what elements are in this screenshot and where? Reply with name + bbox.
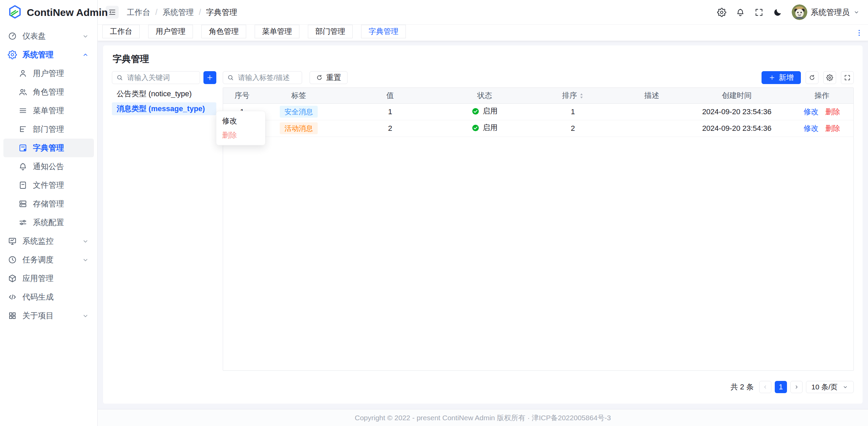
sidebar-item-system[interactable]: 系统管理 <box>3 45 94 64</box>
sidebar-item-departments[interactable]: 部门管理 <box>3 120 94 139</box>
dict-search-input[interactable] <box>126 73 196 82</box>
sidebar-item-roles[interactable]: 角色管理 <box>3 83 94 101</box>
dict-search-box <box>112 71 200 84</box>
dict-management-card: 字典管理 重置 新增 <box>103 45 863 404</box>
tab-dept-mgmt[interactable]: 部门管理 <box>308 25 353 38</box>
sidebar-item-storage[interactable]: 存储管理 <box>3 195 94 213</box>
page-size-select[interactable]: 10 条/页 <box>806 381 854 393</box>
cell-tag: 活动消息 <box>261 120 337 137</box>
cell-actions: 修改删除 <box>790 103 853 120</box>
table-row[interactable]: 1 安全消息 1 启用 1 2024-09-20 23:54:36 修改删除 <box>223 103 853 120</box>
fullscreen-table-button[interactable] <box>841 71 854 84</box>
dashboard-icon <box>8 32 17 41</box>
breadcrumb-item[interactable]: 工作台 <box>127 7 150 18</box>
next-page-button[interactable] <box>790 381 803 393</box>
item-search-input[interactable] <box>237 73 298 82</box>
sidebar-item-label: 任务调度 <box>22 255 54 265</box>
sidebar-item-monitor[interactable]: 系统监控 <box>3 232 94 250</box>
footer: Copyright © 2022 - present ContiNew Admi… <box>98 409 868 426</box>
sidebar-item-scheduler[interactable]: 任务调度 <box>3 250 94 269</box>
col-actions: 操作 <box>790 88 853 103</box>
settings-icon[interactable] <box>717 8 726 17</box>
edit-link[interactable]: 修改 <box>804 124 818 133</box>
tab-workbench[interactable]: 工作台 <box>102 25 140 38</box>
bell-icon[interactable] <box>736 8 745 17</box>
gear-icon <box>826 74 833 81</box>
sidebar-item-apps[interactable]: 应用管理 <box>3 269 94 288</box>
tab-menu-mgmt[interactable]: 菜单管理 <box>255 25 299 38</box>
edit-link[interactable]: 修改 <box>804 107 818 116</box>
breadcrumb-item-current: 字典管理 <box>206 7 237 18</box>
sidebar-item-about[interactable]: 关于项目 <box>3 306 94 325</box>
sidebar-item-notices[interactable]: 通知公告 <box>3 157 94 176</box>
sidebar-item-label: 存储管理 <box>33 199 64 209</box>
dictionary-icon <box>18 143 27 153</box>
breadcrumb-item[interactable]: 系统管理 <box>162 7 194 18</box>
check-circle-icon <box>472 107 479 115</box>
dict-item-notice-type[interactable]: 公告类型 (notice_type) <box>112 87 216 100</box>
gear-icon <box>8 50 17 59</box>
fullscreen-icon <box>844 74 851 81</box>
plus-icon <box>769 74 775 81</box>
sidebar-item-config[interactable]: 系统配置 <box>3 213 94 232</box>
chevron-down-icon <box>842 384 848 390</box>
pagination-total: 共 2 条 <box>731 382 754 392</box>
tab-dict-mgmt[interactable]: 字典管理 <box>361 25 406 38</box>
delete-link[interactable]: 删除 <box>825 124 840 133</box>
col-sort[interactable]: 排序 <box>526 88 620 103</box>
prev-page-button[interactable] <box>759 381 771 393</box>
controls-row: 重置 新增 <box>112 71 854 84</box>
more-vertical-icon[interactable] <box>855 29 863 37</box>
context-menu-edit[interactable]: 修改 <box>216 114 265 128</box>
check-circle-icon <box>472 124 479 132</box>
cell-created: 2024-09-20 23:54:36 <box>683 103 790 120</box>
app-logo[interactable]: ContiNew Admin <box>0 0 97 25</box>
col-sort-label: 排序 <box>562 91 577 100</box>
sidebar: ContiNew Admin 仪表盘 系统管理 用户管理 角色管理 菜单管理 部… <box>0 0 98 426</box>
sidebar-item-dictionary[interactable]: 字典管理 <box>3 139 94 157</box>
refresh-table-button[interactable] <box>806 71 818 84</box>
storage-icon <box>18 199 27 208</box>
sidebar-item-codegen[interactable]: 代码生成 <box>3 288 94 306</box>
cell-status: 启用 <box>444 120 526 137</box>
sidebar-item-label: 文件管理 <box>33 180 64 190</box>
dict-type-list: 公告类型 (notice_type) 消息类型 (message_type) <box>112 87 216 371</box>
pagination: 共 2 条 1 10 条/页 <box>112 381 854 393</box>
delete-link[interactable]: 删除 <box>825 107 840 116</box>
context-menu-delete[interactable]: 删除 <box>216 128 265 142</box>
refresh-icon <box>316 74 323 81</box>
header-actions: 系统管理员 <box>717 4 860 20</box>
chevron-down-icon <box>82 33 89 40</box>
app-title: ContiNew Admin <box>27 7 108 18</box>
user-menu[interactable]: 系统管理员 <box>792 4 860 20</box>
sidebar-item-menus[interactable]: 菜单管理 <box>3 101 94 120</box>
new-label: 新增 <box>779 73 794 83</box>
sidebar-item-dashboard[interactable]: 仪表盘 <box>3 27 94 45</box>
table-row[interactable]: 2 活动消息 2 启用 2 2024-09-20 23:54:36 修改删除 <box>223 120 853 137</box>
page-number-button[interactable]: 1 <box>775 381 787 393</box>
moon-icon[interactable] <box>773 8 782 17</box>
file-icon <box>18 181 27 190</box>
user-name: 系统管理员 <box>811 7 850 18</box>
avatar[interactable] <box>792 4 807 20</box>
tab-label: 角色管理 <box>209 26 239 37</box>
sidebar-item-files[interactable]: 文件管理 <box>3 176 94 195</box>
users-icon <box>18 87 27 97</box>
tab-role-mgmt[interactable]: 角色管理 <box>201 25 246 38</box>
tab-user-mgmt[interactable]: 用户管理 <box>148 25 193 38</box>
page-size-value: 10 条/页 <box>811 382 837 392</box>
item-search-box <box>223 71 302 84</box>
cube-icon <box>8 274 17 283</box>
fullscreen-icon[interactable] <box>754 8 764 17</box>
add-dict-button[interactable] <box>203 71 216 84</box>
column-settings-button[interactable] <box>823 71 836 84</box>
new-button[interactable]: 新增 <box>762 71 801 84</box>
filter-row: 重置 新增 <box>223 71 854 84</box>
sidebar-item-users[interactable]: 用户管理 <box>3 64 94 83</box>
dict-item-message-type[interactable]: 消息类型 (message_type) <box>112 102 216 115</box>
cell-desc <box>620 103 683 120</box>
monitor-icon <box>8 237 17 246</box>
reset-button[interactable]: 重置 <box>310 71 348 84</box>
sort-carets-icon[interactable] <box>579 93 584 99</box>
refresh-icon <box>809 74 815 81</box>
